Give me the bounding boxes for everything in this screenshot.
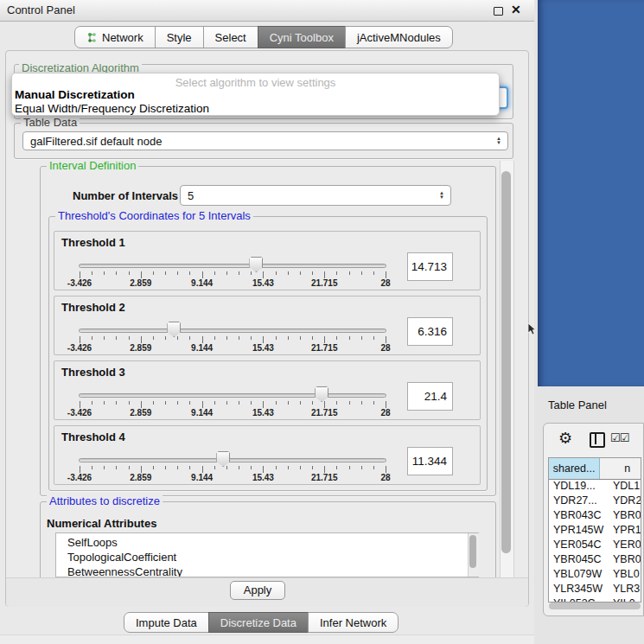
slider-tick-label: 28: [361, 278, 410, 288]
slider-track[interactable]: [79, 393, 386, 398]
cell-name: YER0: [608, 538, 641, 552]
slider-tick-label: 21.715: [300, 343, 348, 353]
tab-discretize-data[interactable]: Discretize Data: [208, 612, 309, 633]
slider-tick-label: 15.43: [239, 278, 287, 288]
table-header-row: shared... n: [549, 458, 641, 480]
numerical-attributes-label: Numerical Attributes: [47, 517, 156, 530]
table-row[interactable]: YLR345WYLR3: [549, 582, 641, 596]
tab-network[interactable]: Network: [74, 26, 156, 48]
slider-tick-label: 2.859: [117, 408, 165, 418]
threshold-value-field[interactable]: 21.4: [407, 382, 453, 411]
slider-tick-label: 9.144: [178, 473, 226, 482]
screen: Control Panel ✕ NetworkStyleSelectCyni T…: [0, 0, 644, 644]
slider-tick-label: 2.859: [117, 278, 165, 288]
control-panel: Control Panel ✕ NetworkStyleSelectCyni T…: [0, 0, 534, 644]
attributes-list-scrollbar-thumb[interactable]: [469, 535, 476, 568]
tab-cyni-toolbox[interactable]: Cyni Toolbox: [258, 26, 346, 48]
node-table: shared... n YDL19...YDL1YDR27...YDR2YBR0…: [548, 457, 641, 603]
interval-definition-title: Interval Definition: [47, 160, 138, 172]
slider-thumb[interactable]: [315, 386, 328, 402]
top-tab-bar: NetworkStyleSelectCyni ToolboxjActiveMNo…: [74, 26, 453, 48]
threshold-label: Threshold 3: [61, 366, 125, 379]
cell-name: YDL1: [608, 479, 640, 494]
threshold-value-field[interactable]: 6.316: [407, 317, 453, 346]
threshold-label: Threshold 2: [61, 301, 125, 314]
apply-button[interactable]: Apply: [230, 581, 285, 600]
slider-thumb[interactable]: [249, 257, 263, 272]
column-header-shared-name[interactable]: shared...: [549, 458, 600, 479]
dropdown-item-equal-width-frequency-discretization[interactable]: Equal Width/Frequency Discretization: [15, 102, 209, 115]
number-of-intervals-label: Number of Intervals: [73, 189, 178, 202]
gear-icon[interactable]: ⚙: [558, 429, 572, 448]
table-row[interactable]: YPR145WYPR1: [549, 523, 641, 538]
table-row[interactable]: YBL079WYBL0: [549, 567, 641, 582]
table-row[interactable]: YDL19...YDL1: [549, 479, 641, 494]
cell-name: YPR1: [608, 523, 641, 538]
threshold-value-field[interactable]: 11.344: [407, 447, 453, 475]
float-window-icon[interactable]: [494, 7, 503, 16]
slider-tick-label: 15.43: [239, 408, 287, 418]
table-data-value: galFiltered.sif default node: [30, 135, 162, 148]
slider-tick-label: 28: [361, 473, 410, 482]
tab-label: Discretize Data: [220, 616, 296, 629]
tab-label: Select: [215, 31, 246, 44]
network-desktop: GAL80GACGAL11GAL4GCY1HHAP2: [538, 0, 644, 386]
threshold-label: Threshold 4: [61, 430, 125, 443]
list-item-betweennesscentrality[interactable]: BetweennessCentrality: [56, 564, 478, 577]
slider-tick-label: 15.43: [239, 473, 287, 482]
tab-label: Infer Network: [320, 616, 386, 629]
columns-icon[interactable]: [590, 432, 605, 448]
slider-tick-label: 28: [361, 408, 410, 418]
tab-infer-network[interactable]: Infer Network: [308, 612, 399, 633]
slider-track[interactable]: [79, 458, 386, 462]
dropdown-item-manual-discretization[interactable]: Manual Discretization: [15, 88, 135, 101]
tab-select[interactable]: Select: [203, 26, 258, 48]
slider-track[interactable]: [79, 264, 386, 268]
tab-impute-data[interactable]: Impute Data: [124, 612, 209, 633]
table-row[interactable]: YER054CYER0: [549, 538, 641, 552]
cell-name: YLR3: [608, 582, 640, 596]
slider-thumb[interactable]: [167, 322, 181, 337]
slider-tick-label: -3.426: [55, 473, 104, 482]
cell-shared-name: YIL052C: [549, 596, 608, 603]
table-horizontal-scrollbar[interactable]: [549, 603, 641, 609]
column-header-name[interactable]: n: [600, 458, 641, 479]
table-data-select[interactable]: galFiltered.sif default node ▲▼: [22, 131, 508, 150]
slider-tick-label: 21.715: [300, 408, 348, 418]
slider-tick-label: 21.715: [300, 473, 348, 482]
slider-thumb[interactable]: [216, 451, 230, 467]
cell-shared-name: YBR043C: [549, 508, 608, 523]
slider-track[interactable]: [79, 328, 386, 333]
tab-label: jActiveMNodules: [357, 31, 441, 44]
settings-scrollbar-thumb[interactable]: [501, 171, 511, 553]
list-item-selfloops[interactable]: SelfLoops: [56, 535, 478, 550]
tab-jactivemnodules[interactable]: jActiveMNodules: [345, 26, 453, 48]
threshold-value-field[interactable]: 14.713: [407, 252, 453, 281]
slider-tick-label: -3.426: [55, 278, 104, 288]
close-icon[interactable]: ✕: [511, 3, 521, 16]
slider-tick-label: 9.144: [178, 278, 226, 288]
list-item-topologicalcoefficient[interactable]: TopologicalCoefficient: [56, 550, 478, 564]
combo-stepper-icon: ▲▼: [439, 191, 444, 200]
columns-icon-divider: [595, 432, 596, 444]
algorithm-dropdown-popup: Select algorithm to view settings Manual…: [11, 73, 500, 116]
table-row[interactable]: YBR045CYBR0: [549, 552, 641, 567]
numerical-attributes-list: SelfLoopsTopologicalCoefficientBetweenne…: [55, 532, 479, 577]
slider-tick-label: 21.715: [300, 278, 348, 288]
cell-shared-name: YDR27...: [549, 494, 608, 508]
attributes-group-title: Attributes to discretize: [47, 495, 163, 507]
cell-shared-name: YDL19...: [549, 479, 608, 494]
checkboxes-icon[interactable]: ☑☑: [610, 431, 628, 444]
table-row[interactable]: YBR043CYBR0: [549, 508, 641, 523]
cell-shared-name: YBL079W: [549, 567, 608, 582]
number-of-intervals-select[interactable]: 5 ▲▼: [180, 185, 451, 206]
table-row[interactable]: YDR27...YDR2: [549, 494, 641, 508]
tab-label: Network: [102, 31, 143, 44]
dropdown-hint: Select algorithm to view settings: [12, 76, 499, 89]
threshold-panel-2: Threshold 2-3.4262.8599.14415.4321.71528…: [54, 296, 481, 355]
table-row[interactable]: YIL052CYIL0: [549, 596, 641, 603]
tab-style[interactable]: Style: [155, 26, 204, 48]
threshold-panel-1: Threshold 1-3.4262.8599.14415.4321.71528…: [54, 231, 481, 290]
cell-name: YBL0: [608, 567, 640, 582]
slider-tick-label: -3.426: [55, 408, 104, 418]
